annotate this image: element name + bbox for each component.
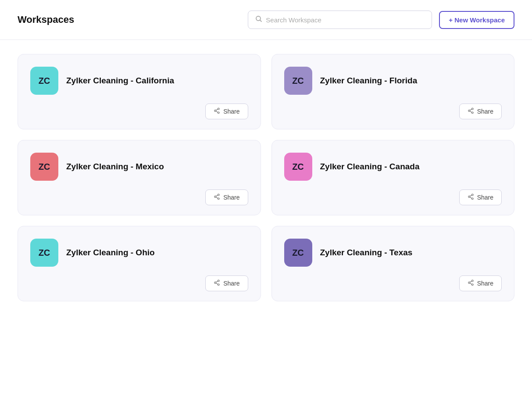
- share-button-texas[interactable]: Share: [459, 275, 502, 291]
- share-icon: [468, 193, 474, 201]
- share-button-florida[interactable]: Share: [459, 104, 502, 119]
- svg-point-28: [468, 282, 470, 284]
- share-button-california[interactable]: Share: [205, 104, 248, 119]
- svg-point-7: [471, 108, 473, 110]
- workspace-initials: ZC: [39, 76, 50, 86]
- svg-point-24: [218, 284, 220, 286]
- svg-line-31: [470, 281, 471, 282]
- workspace-card-canada: ZC Zylker Cleaning - Canada: [271, 140, 515, 215]
- share-button-mexico[interactable]: Share: [205, 189, 248, 205]
- svg-line-25: [216, 283, 218, 284]
- header-actions: + New Workspace: [248, 11, 514, 29]
- svg-point-27: [471, 280, 473, 282]
- workspace-grid: ZC Zylker Cleaning - California: [18, 54, 514, 301]
- share-label: Share: [477, 280, 493, 287]
- workspace-name-florida: Zylker Cleaning - Florida: [320, 76, 418, 86]
- share-icon: [468, 107, 474, 115]
- share-icon: [214, 193, 220, 201]
- svg-line-10: [470, 111, 471, 112]
- workspace-card-footer: Share: [284, 95, 502, 119]
- workspace-avatar-texas: ZC: [284, 239, 312, 267]
- svg-point-23: [214, 282, 216, 284]
- workspace-name-mexico: Zylker Cleaning - Mexico: [66, 162, 164, 172]
- share-icon: [214, 279, 220, 287]
- svg-point-12: [218, 194, 220, 196]
- workspace-initials: ZC: [292, 76, 304, 86]
- workspace-avatar-california: ZC: [30, 67, 58, 95]
- workspace-card-header: ZC Zylker Cleaning - Canada: [284, 153, 502, 181]
- workspace-avatar-ohio: ZC: [30, 239, 58, 267]
- share-label: Share: [223, 280, 239, 287]
- share-icon: [214, 107, 220, 115]
- search-container[interactable]: [248, 11, 432, 29]
- svg-point-3: [214, 110, 216, 112]
- svg-point-18: [468, 196, 470, 198]
- workspace-card-ohio: ZC Zylker Cleaning - Ohio S: [18, 226, 261, 301]
- share-label: Share: [477, 108, 493, 115]
- workspace-card-header: ZC Zylker Cleaning - Ohio: [30, 239, 248, 267]
- workspace-card-footer: Share: [30, 95, 248, 119]
- workspace-avatar-florida: ZC: [284, 67, 312, 95]
- svg-point-9: [471, 112, 473, 114]
- workspace-avatar-mexico: ZC: [30, 153, 58, 181]
- workspace-initials: ZC: [39, 162, 50, 172]
- share-label: Share: [477, 194, 493, 201]
- workspace-name-texas: Zylker Cleaning - Texas: [320, 248, 413, 257]
- workspace-card-footer: Share: [284, 267, 502, 291]
- workspace-name-ohio: Zylker Cleaning - Ohio: [66, 248, 155, 257]
- workspace-card-footer: Share: [30, 181, 248, 205]
- page-header: Workspaces + New Workspace: [0, 0, 532, 40]
- share-label: Share: [223, 194, 239, 201]
- svg-line-11: [470, 109, 471, 110]
- workspace-initials: ZC: [292, 162, 304, 172]
- svg-line-16: [216, 195, 218, 196]
- svg-point-22: [218, 280, 220, 282]
- svg-line-26: [216, 281, 218, 282]
- workspace-initials: ZC: [39, 248, 50, 258]
- svg-line-5: [216, 111, 218, 112]
- workspace-card-header: ZC Zylker Cleaning - Texas: [284, 239, 502, 267]
- page-title: Workspaces: [18, 14, 74, 25]
- svg-line-30: [470, 283, 471, 284]
- main-content: ZC Zylker Cleaning - California: [0, 40, 532, 315]
- workspace-card-texas: ZC Zylker Cleaning - Texas: [271, 226, 515, 301]
- workspace-name-california: Zylker Cleaning - California: [66, 76, 174, 86]
- svg-point-8: [468, 110, 470, 112]
- workspace-card-header: ZC Zylker Cleaning - Florida: [284, 67, 502, 95]
- share-button-canada[interactable]: Share: [459, 189, 502, 205]
- svg-point-2: [218, 108, 220, 110]
- share-icon: [468, 279, 474, 287]
- workspace-card-header: ZC Zylker Cleaning - Mexico: [30, 153, 248, 181]
- svg-point-13: [214, 196, 216, 198]
- workspace-card-california: ZC Zylker Cleaning - California: [18, 54, 261, 129]
- new-workspace-button[interactable]: + New Workspace: [439, 11, 514, 29]
- search-icon: [255, 15, 262, 24]
- share-button-ohio[interactable]: Share: [205, 275, 248, 291]
- svg-line-1: [260, 20, 262, 22]
- workspace-card-footer: Share: [284, 181, 502, 205]
- svg-point-14: [218, 198, 220, 200]
- search-input[interactable]: [266, 16, 425, 24]
- svg-point-4: [218, 112, 220, 114]
- svg-point-19: [471, 198, 473, 200]
- workspace-card-florida: ZC Zylker Cleaning - Florida: [271, 54, 515, 129]
- workspace-avatar-canada: ZC: [284, 153, 312, 181]
- workspace-card-header: ZC Zylker Cleaning - California: [30, 67, 248, 95]
- share-label: Share: [223, 108, 239, 115]
- svg-point-29: [471, 284, 473, 286]
- svg-point-17: [471, 194, 473, 196]
- svg-line-6: [216, 109, 218, 110]
- svg-line-20: [470, 197, 471, 198]
- svg-line-15: [216, 197, 218, 198]
- workspace-card-footer: Share: [30, 267, 248, 291]
- workspace-name-canada: Zylker Cleaning - Canada: [320, 162, 420, 172]
- workspace-card-mexico: ZC Zylker Cleaning - Mexico: [18, 140, 261, 215]
- workspace-initials: ZC: [292, 248, 304, 258]
- svg-line-21: [470, 195, 471, 196]
